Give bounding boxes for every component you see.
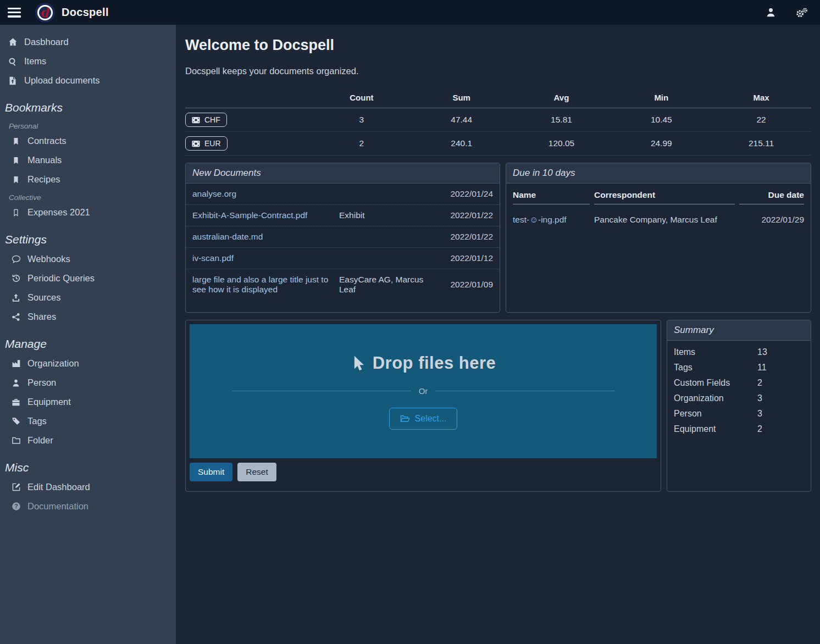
search-icon [8, 57, 18, 66]
drop-files-label: Drop files here [351, 353, 496, 373]
briefcase-icon [11, 398, 21, 407]
document-row: iv-scan.pdf 2022/01/12 [186, 247, 500, 269]
document-link[interactable]: test-☺-ing.pdf [513, 215, 567, 224]
sidebar-item-label: Documentation [27, 501, 88, 512]
sidebar-item-edit-dashboard[interactable]: Edit Dashboard [0, 478, 176, 497]
money-bill-icon [192, 116, 200, 124]
document-row: Exhibit-A-Sample-Contract.pdf Exhibit 20… [186, 204, 500, 226]
summary-value: 11 [757, 363, 804, 373]
document-date: 2022/01/22 [436, 232, 493, 242]
summary-row: Person 3 [667, 406, 811, 421]
currency-label: EUR [204, 139, 221, 148]
sidebar-item-label: Shares [27, 312, 56, 322]
sidebar-item-folder[interactable]: Folder [0, 431, 176, 450]
stat-value: 3 [312, 115, 412, 125]
due-header-name: Name [513, 186, 590, 204]
svg-text:?: ? [14, 503, 18, 509]
stats-header-avg: Avg [512, 93, 612, 102]
bookmark-contracts[interactable]: Contracts [0, 131, 176, 151]
stat-value: 24.99 [611, 138, 711, 148]
stat-value: 47.44 [412, 115, 512, 125]
sidebar-item-periodic-queries[interactable]: Periodic Queries [0, 269, 176, 288]
sidebar-item-label: Equipment [27, 397, 71, 407]
file-dropzone[interactable]: Drop files here Or Select... [190, 324, 657, 458]
sidebar-section-bookmarks: Bookmarks [0, 90, 176, 118]
bookmark-label: Manuals [27, 155, 62, 165]
document-link[interactable]: australian-date.md [192, 232, 335, 242]
summary-row: Custom Fields 2 [667, 375, 811, 391]
folder-open-icon [400, 414, 410, 423]
sidebar-item-upload-documents[interactable]: Upload documents [0, 71, 176, 90]
sidebar-item-shares[interactable]: Shares [0, 307, 176, 326]
comment-icon [11, 254, 21, 264]
document-correspondent: EasyCare AG, Marcus Leaf [339, 275, 431, 295]
settings-gears-icon[interactable] [795, 7, 808, 18]
due-table: Name Correspondent Due date test-☺-ing.p… [506, 184, 811, 227]
sidebar-item-label: Dasbhoard [24, 37, 69, 47]
menu-hamburger-icon[interactable] [8, 8, 21, 18]
summary-row: Tags 11 [667, 360, 811, 375]
bookmark-label: Recipes [27, 174, 60, 185]
due-date: 2022/01/29 [739, 209, 804, 227]
docspell-logo[interactable]: d [35, 3, 55, 23]
new-documents-title: New Documents [186, 163, 500, 184]
house-icon [8, 37, 18, 47]
sidebar: Dasbhoard Items Upload documents Bookmar… [0, 25, 176, 644]
summary-row: Equipment 2 [667, 421, 811, 437]
bookmark-icon [11, 175, 21, 184]
sidebar-item-label: Tags [27, 416, 47, 426]
bookmark-expenses-2021[interactable]: Expenses 2021 [0, 203, 176, 222]
document-link[interactable]: Exhibit-A-Sample-Contract.pdf [192, 210, 335, 220]
sidebar-item-sources[interactable]: Sources [0, 288, 176, 307]
bookmark-recipes[interactable]: Recipes [0, 170, 176, 189]
stats-row-chf: CHF 3 47.44 15.81 10.45 22 [185, 108, 811, 132]
sidebar-section-settings: Settings [0, 222, 176, 249]
arrow-pointer-icon [351, 355, 365, 371]
or-divider: Or [232, 386, 615, 396]
stat-value: 10.45 [611, 115, 711, 125]
user-account-icon[interactable] [766, 7, 776, 18]
sidebar-item-equipment[interactable]: Equipment [0, 392, 176, 412]
sidebar-item-tags[interactable]: Tags [0, 412, 176, 431]
document-row: australian-date.md 2022/01/22 [186, 226, 500, 247]
summary-label: Tags [674, 363, 757, 373]
sidebar-item-label: Items [24, 56, 46, 66]
sidebar-item-label: Person [27, 377, 56, 388]
summary-row: Organization 3 [667, 391, 811, 406]
due-header-correspondent: Correspondent [594, 186, 735, 204]
sidebar-item-label: Sources [27, 292, 61, 303]
summary-row: Items 13 [667, 345, 811, 360]
sidebar-item-dashboard[interactable]: Dasbhoard [0, 32, 176, 52]
sidebar-item-organization[interactable]: Organization [0, 354, 176, 373]
folder-icon [11, 436, 21, 445]
stats-header-max: Max [711, 93, 811, 102]
upload-panel: Drop files here Or Select... Submit Rese… [185, 320, 661, 492]
document-date: 2022/01/22 [436, 210, 493, 220]
stats-header-min: Min [611, 93, 711, 102]
summary-value: 13 [757, 347, 804, 357]
sidebar-item-label: Webhooks [27, 254, 70, 264]
new-documents-panel: New Documents analyse.org 2022/01/24 Exh… [185, 163, 500, 313]
summary-label: Person [674, 409, 757, 419]
sidebar-item-documentation[interactable]: ? Documentation [0, 497, 176, 516]
summary-label: Organization [674, 393, 757, 403]
top-navbar: d Docspell [0, 0, 820, 25]
sidebar-item-items[interactable]: Items [0, 52, 176, 71]
industry-icon [11, 359, 21, 368]
sidebar-item-webhooks[interactable]: Webhooks [0, 249, 176, 269]
submit-button[interactable]: Submit [190, 463, 232, 481]
app-title: Docspell [62, 6, 109, 19]
sidebar-item-person[interactable]: Person [0, 373, 176, 392]
share-nodes-icon [11, 313, 21, 321]
summary-value: 3 [757, 409, 804, 419]
select-files-button[interactable]: Select... [389, 408, 458, 430]
reset-button[interactable]: Reset [237, 463, 276, 481]
document-link[interactable]: large file and also a large title just t… [192, 275, 335, 295]
document-correspondent: Exhibit [339, 210, 431, 220]
document-row: large file and also a large title just t… [186, 269, 500, 300]
stat-value: 2 [312, 138, 412, 148]
document-link[interactable]: analyse.org [192, 189, 335, 199]
document-link[interactable]: iv-scan.pdf [192, 253, 335, 263]
due-panel: Due in 10 days Name Correspondent Due da… [506, 163, 811, 313]
bookmark-manuals[interactable]: Manuals [0, 151, 176, 170]
